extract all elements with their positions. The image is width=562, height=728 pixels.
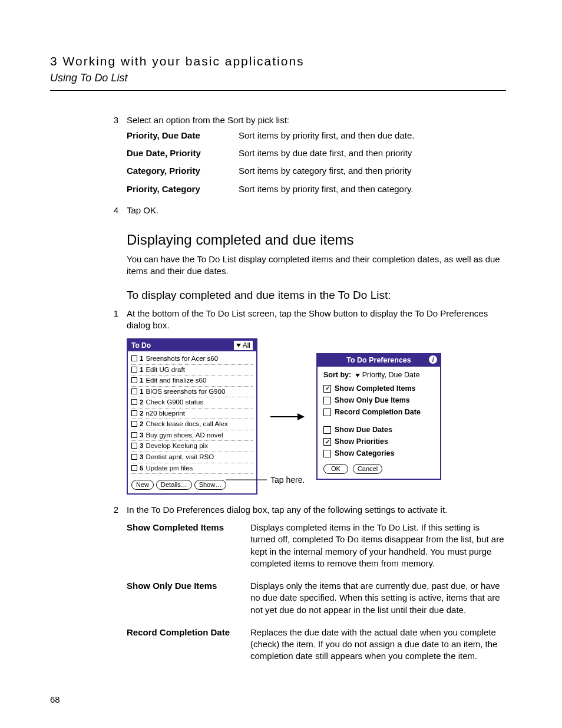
cancel-button[interactable]: Cancel	[353, 464, 382, 474]
sort-option: Priority, Due Date Sort items by priorit…	[127, 130, 506, 141]
option-desc: Sort items by priority first, and then c…	[239, 183, 506, 195]
prefs-checkbox-row[interactable]: Record Completion Date	[323, 407, 434, 417]
todo-item[interactable]: 1BIOS sreenshots for G900	[131, 387, 253, 398]
checkbox-icon[interactable]	[131, 410, 137, 416]
prefs-title: To Do Preferences	[346, 356, 411, 364]
proc-step-1: 1 At the bottom of the To Do List screen…	[127, 308, 506, 332]
todo-list: 1Sreenshots for Acer s601Edit UG draft1E…	[128, 351, 256, 477]
figure: To Do All 1Sreenshots for Acer s601Edit …	[127, 338, 506, 495]
todo-item[interactable]: 3Dentist apnt, visit RSO	[131, 452, 253, 463]
sort-by-value: Priority, Due Date	[362, 371, 420, 379]
setting-row: Show Completed Items Displays completed …	[127, 522, 506, 569]
sort-option: Due Date, Priority Sort items by due dat…	[127, 147, 506, 159]
priority-label: 2	[140, 420, 143, 429]
priority-label: 3	[140, 431, 143, 440]
prefs-check-label: Show Only Due Items	[335, 396, 410, 406]
setting-term: Show Completed Items	[127, 522, 250, 569]
setting-desc: Replaces the due date with the actual da…	[250, 627, 506, 663]
todo-item[interactable]: 1Sreenshots for Acer s60	[131, 354, 253, 365]
callout-line	[226, 476, 270, 484]
checkbox-icon[interactable]	[323, 426, 331, 434]
svg-marker-1	[297, 413, 305, 420]
prefs-check-label: Show Due Dates	[335, 425, 392, 435]
prefs-check-label: Record Completion Date	[335, 407, 421, 417]
todo-title: To Do	[131, 341, 151, 350]
setting-row: Record Completion Date Replaces the due …	[127, 627, 506, 663]
checkbox-icon[interactable]	[131, 421, 137, 427]
todo-item[interactable]: 2Check lease docs, call Alex	[131, 419, 253, 430]
prefs-checkbox-row[interactable]: Show Categories	[323, 449, 434, 459]
checkbox-icon[interactable]	[131, 443, 137, 449]
todo-item[interactable]: 3Develop Keelung pix	[131, 441, 253, 452]
setting-term: Show Only Due Items	[127, 580, 250, 616]
paragraph: You can have the To Do List display comp…	[127, 253, 506, 278]
todo-item[interactable]: 1Edit UG draft	[131, 365, 253, 376]
todo-text: Sreenshots for Acer s60	[146, 354, 218, 364]
setting-row: Show Only Due Items Displays only the it…	[127, 580, 506, 616]
option-term: Category, Priority	[127, 165, 239, 177]
checkbox-icon[interactable]	[323, 450, 331, 457]
step-number: 4	[98, 205, 127, 216]
checkbox-icon[interactable]	[323, 409, 331, 416]
procedure-heading: To display completed and due items in th…	[127, 288, 506, 303]
checkbox-icon[interactable]	[323, 397, 331, 404]
step-3: 3 Select an option from the Sort by pick…	[127, 114, 506, 201]
prefs-checkbox-row[interactable]: Show Only Due Items	[323, 396, 434, 406]
prefs-screen: To Do Preferences i Sort by: Priority, D…	[316, 353, 441, 480]
checkbox-icon[interactable]: ✓	[323, 385, 331, 393]
checkbox-icon[interactable]	[131, 465, 137, 471]
new-button[interactable]: New	[131, 480, 154, 490]
checkbox-icon[interactable]	[131, 388, 137, 394]
todo-text: Edit UG draft	[146, 365, 184, 375]
step-number: 2	[98, 504, 127, 673]
step-text: Tap OK.	[127, 205, 506, 216]
prefs-check-label: Show Priorities	[335, 437, 388, 447]
checkbox-icon[interactable]	[131, 377, 137, 383]
option-term: Priority, Category	[127, 183, 239, 195]
page-number: 68	[50, 694, 60, 706]
show-button[interactable]: Show…	[194, 480, 227, 490]
todo-item[interactable]: 3Buy gym shoes, AD novel	[131, 430, 253, 442]
todo-item[interactable]: 1Edit and finalize s60	[131, 375, 253, 387]
todo-text: Dentist apnt, visit RSO	[146, 453, 214, 462]
setting-desc: Displays only the items that are current…	[250, 580, 506, 616]
todo-text: Develop Keelung pix	[146, 442, 208, 451]
prefs-checkbox-row[interactable]: ✓Show Priorities	[323, 437, 434, 447]
step-4: 4 Tap OK.	[127, 205, 506, 216]
checkbox-icon[interactable]: ✓	[323, 438, 331, 446]
prefs-checkbox-row[interactable]: Show Due Dates	[323, 425, 434, 435]
checkbox-icon[interactable]	[131, 399, 137, 405]
tap-here-label: Tap here.	[270, 475, 305, 486]
sort-by-label: Sort by:	[323, 371, 351, 379]
checkbox-icon[interactable]	[131, 432, 137, 438]
subheading: Displaying completed and due items	[127, 230, 506, 249]
prefs-checkbox-row[interactable]: ✓Show Completed Items	[323, 384, 434, 394]
priority-label: 1	[140, 387, 143, 397]
checkbox-icon[interactable]	[131, 367, 137, 373]
todo-text: n20 blueprint	[146, 409, 185, 419]
prefs-check-label: Show Categories	[335, 449, 394, 459]
proc-step-2: 2 In the To Do Preferences dialog box, t…	[127, 504, 506, 673]
todo-titlebar: To Do All	[128, 340, 256, 351]
details-button[interactable]: Details…	[156, 480, 192, 490]
section-heading: Using To Do List	[50, 71, 506, 85]
todo-text: Edit and finalize s60	[146, 376, 206, 386]
sort-by-picker[interactable]: Sort by: Priority, Due Date	[323, 370, 434, 380]
info-icon[interactable]: i	[429, 355, 437, 364]
todo-item[interactable]: 2n20 blueprint	[131, 409, 253, 420]
option-term: Priority, Due Date	[127, 130, 239, 141]
todo-text: Update pm files	[146, 464, 193, 473]
prefs-check-label: Show Completed Items	[335, 384, 416, 394]
todo-text: Buy gym shoes, AD novel	[146, 431, 223, 440]
checkbox-icon[interactable]	[131, 454, 137, 460]
checkbox-icon[interactable]	[131, 355, 137, 361]
todo-item[interactable]: 2Check G900 status	[131, 397, 253, 409]
category-picker[interactable]: All	[234, 341, 253, 350]
chevron-down-icon	[236, 344, 241, 347]
priority-label: 1	[140, 365, 143, 375]
todo-item[interactable]: 5Update pm files	[131, 463, 253, 475]
priority-label: 3	[140, 453, 143, 462]
todo-screen: To Do All 1Sreenshots for Acer s601Edit …	[127, 338, 257, 495]
ok-button[interactable]: OK	[323, 464, 348, 474]
option-term: Due Date, Priority	[127, 147, 239, 159]
